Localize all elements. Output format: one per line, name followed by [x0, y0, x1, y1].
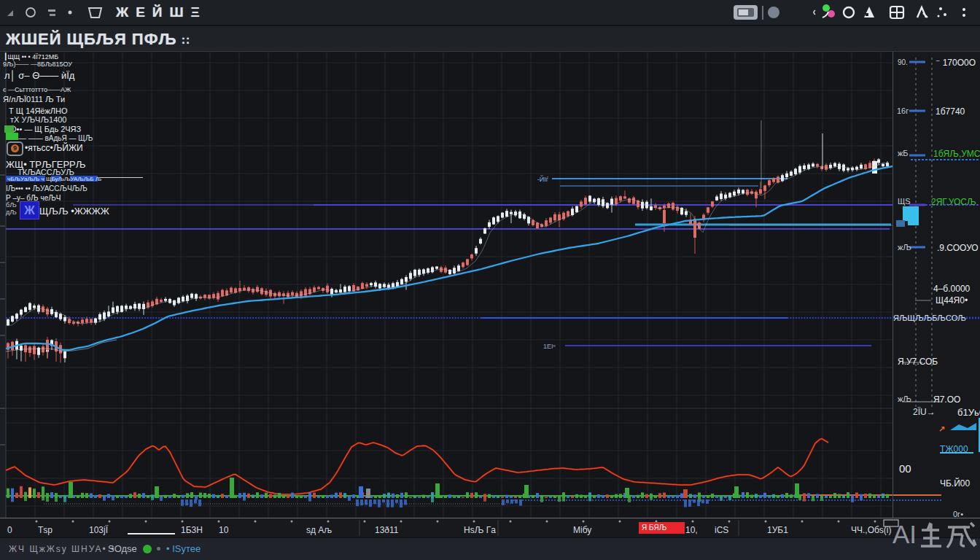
svg-text:-ЙІѓ: -ЙІѓ	[537, 175, 549, 183]
svg-text:1ΕΙⁿ: 1ΕΙⁿ	[543, 343, 556, 350]
